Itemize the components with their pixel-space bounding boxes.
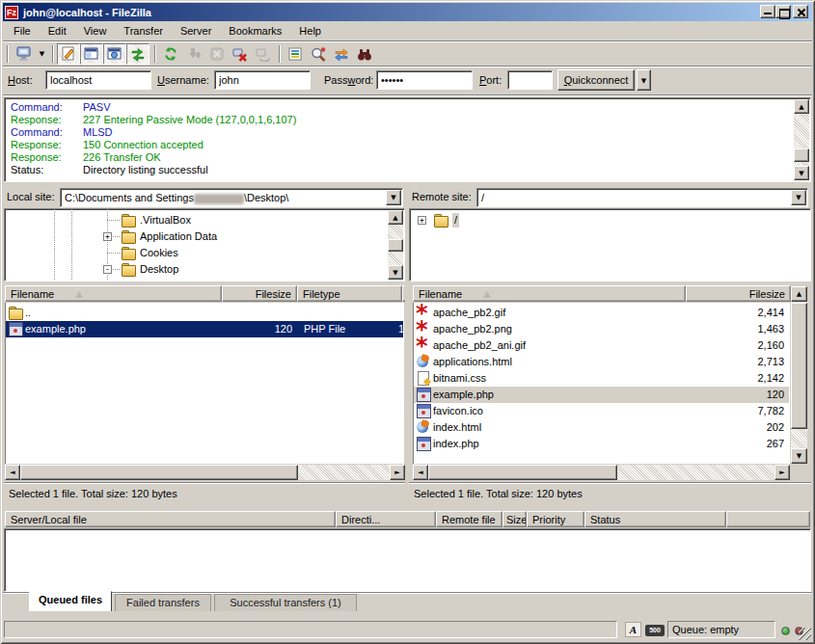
file-row[interactable]: bitnami.css 2,142	[414, 370, 789, 387]
file-row[interactable]: applications.html 2,713	[414, 354, 789, 370]
site-manager-button[interactable]	[13, 43, 36, 65]
password-input[interactable]	[376, 70, 473, 90]
menu-help[interactable]: Help	[290, 23, 330, 39]
tree-expander-minus[interactable]: -	[103, 265, 112, 274]
column-header-server-local-file[interactable]: Server/Local file	[5, 511, 336, 527]
column-header-status[interactable]: Status	[584, 511, 726, 527]
refresh-button[interactable]	[159, 43, 182, 65]
tree-item-cookies[interactable]: Cookies	[5, 245, 404, 261]
tree-item-root[interactable]: + /	[410, 212, 810, 228]
column-header-filename[interactable]: Filename	[413, 285, 686, 302]
scroll-up-button[interactable]: ▲	[794, 99, 809, 114]
column-header-filesize[interactable]: Filesize	[686, 285, 791, 302]
maximize-button[interactable]	[775, 5, 791, 18]
toggle-local-tree-button[interactable]	[80, 43, 103, 65]
minimize-button[interactable]	[760, 5, 775, 18]
column-header-filesize[interactable]: Filesize	[222, 285, 297, 302]
toggle-remote-tree-button[interactable]	[103, 43, 126, 65]
file-row[interactable]: apache_pb2.gif 2,414	[414, 305, 789, 321]
file-row[interactable]: apache_pb2_ani.gif 2,160	[414, 337, 789, 354]
filename-cell: applications.html	[433, 355, 674, 369]
process-queue-button[interactable]	[182, 43, 205, 65]
disconnect-button[interactable]	[229, 43, 252, 65]
menu-server[interactable]: Server	[172, 23, 220, 39]
menu-transfer[interactable]: Transfer	[115, 23, 172, 39]
username-input[interactable]	[214, 70, 311, 90]
synchronized-browsing-button[interactable]	[330, 43, 353, 65]
titlebar[interactable]: Fz john@localhost - FileZilla	[3, 3, 812, 21]
remote-list-hscrollbar[interactable]: ◄ ►	[413, 465, 790, 480]
scrollbar-thumb[interactable]	[428, 465, 617, 480]
port-input[interactable]	[507, 70, 553, 90]
tree-item-label: Desktop	[138, 262, 180, 277]
host-input[interactable]	[45, 70, 151, 90]
file-row[interactable]: index.html 202	[414, 419, 789, 436]
column-header-priority[interactable]: Priority	[527, 511, 584, 527]
toggle-transfer-queue-button[interactable]	[126, 43, 149, 65]
speed-limits-icon[interactable]: 500	[645, 625, 665, 636]
column-header-remote-file[interactable]: Remote file	[436, 511, 503, 527]
filesize-cell: 2,713	[684, 355, 784, 369]
tree-item-application-data[interactable]: + Application Data	[5, 228, 404, 245]
remote-site-combo[interactable]: / ▼	[476, 188, 808, 207]
quickconnect-dropdown[interactable]: ▼	[637, 69, 651, 91]
menubar: File Edit View Transfer Server Bookmarks…	[3, 21, 812, 40]
file-row[interactable]: index.php 267	[414, 436, 789, 452]
column-header-lastmodified-clipped[interactable]: L	[402, 285, 405, 302]
tab-failed-transfers[interactable]: Failed transfers	[115, 594, 211, 611]
quickconnect-button[interactable]: Quickconnect	[557, 69, 635, 91]
file-row[interactable]: favicon.ico 7,782	[414, 403, 789, 419]
scroll-down-button[interactable]: ▼	[791, 448, 807, 464]
column-header-size[interactable]: Size	[503, 511, 527, 527]
queue-list[interactable]	[4, 528, 811, 592]
scroll-up-button[interactable]: ▲	[791, 286, 807, 302]
local-site-combo[interactable]: C:\Documents and Settings\Desktop\ ▼	[60, 188, 403, 207]
directory-listing-filters-button[interactable]	[284, 43, 307, 65]
menu-edit[interactable]: Edit	[40, 23, 75, 39]
column-header-direction[interactable]: Directi...	[336, 511, 436, 527]
tree-expander-plus[interactable]: +	[418, 216, 426, 225]
remote-site-dropdown[interactable]: ▼	[791, 190, 806, 205]
scroll-left-button[interactable]: ◄	[5, 465, 20, 480]
file-row[interactable]: apache_pb2.png 1,463	[414, 321, 789, 337]
file-row-parent-dir[interactable]: ..	[6, 305, 403, 321]
data-type-indicator-icon[interactable]: A	[625, 622, 641, 637]
menu-view[interactable]: View	[75, 23, 116, 39]
toggle-message-log-button[interactable]	[57, 43, 80, 65]
local-tree: .VirtualBox + Application Data Cookies -…	[4, 208, 405, 282]
menu-file[interactable]: File	[5, 23, 40, 39]
tree-item-desktop[interactable]: - Desktop	[5, 261, 404, 278]
tree-expander-plus[interactable]: +	[103, 232, 112, 241]
scrollbar-thumb[interactable]	[794, 148, 809, 162]
column-header-empty[interactable]	[726, 511, 810, 527]
column-header-filename[interactable]: Filename	[5, 285, 222, 302]
reconnect-button[interactable]	[252, 43, 275, 65]
scroll-right-button[interactable]: ►	[774, 465, 790, 480]
tab-queued-files[interactable]: Queued files	[29, 591, 112, 611]
scroll-down-button[interactable]: ▼	[794, 166, 809, 180]
find-files-button[interactable]	[353, 43, 376, 65]
file-row-example-php[interactable]: example.php 120	[414, 387, 789, 403]
scroll-left-button[interactable]: ◄	[413, 465, 428, 480]
tab-successful-transfers[interactable]: Successful transfers (1)	[214, 594, 357, 611]
scrollbar-thumb[interactable]	[20, 465, 298, 480]
local-site-dropdown[interactable]: ▼	[386, 190, 401, 205]
scrollbar-thumb[interactable]	[388, 239, 403, 252]
folder-icon	[8, 306, 23, 319]
scroll-down-button[interactable]: ▼	[388, 265, 403, 280]
tree-item-virtualbox[interactable]: .VirtualBox	[5, 212, 404, 228]
local-list-hscrollbar[interactable]: ◄ ►	[5, 465, 405, 480]
toolbar-grip[interactable]	[7, 45, 9, 63]
remote-list-scrollbar[interactable]: ▲ ▼	[791, 286, 807, 464]
column-header-filetype[interactable]: Filetype	[297, 285, 402, 302]
scrollbar-thumb[interactable]	[791, 303, 807, 429]
file-row-example-php[interactable]: example.php 120 PHP File 1	[6, 321, 403, 337]
scroll-up-button[interactable]: ▲	[388, 210, 403, 225]
site-manager-dropdown[interactable]: ▼	[36, 43, 48, 65]
scroll-right-button[interactable]: ►	[390, 465, 405, 480]
resize-grip[interactable]	[799, 628, 811, 640]
directory-comparison-button[interactable]	[307, 43, 330, 65]
cancel-button[interactable]	[205, 43, 229, 65]
menu-bookmarks[interactable]: Bookmarks	[220, 23, 290, 39]
close-button[interactable]	[793, 5, 808, 18]
